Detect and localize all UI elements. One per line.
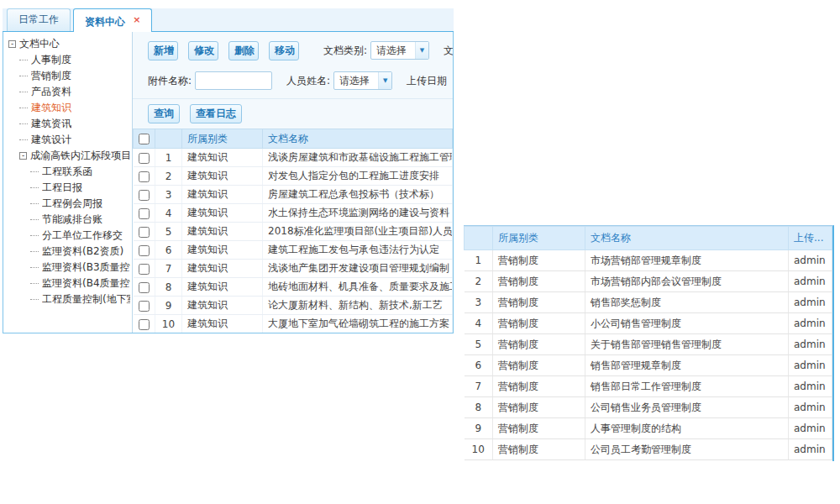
table-row[interactable]: 4建筑知识水土保持生态环境监测网络的建设与资料 [134,204,453,223]
tree-item[interactable]: 产品资料 [7,84,130,100]
table-row[interactable]: 8营销制度公司销售业务员管理制度admin [465,397,832,418]
table-row[interactable]: 2营销制度市场营销部内部会议管理制度admin [465,271,832,292]
cell-name: 地砖地面材料、机具准备、质量要求及施工 [263,278,453,297]
tree-item[interactable]: 节能减排台账 [7,212,130,228]
tree-item[interactable]: 建筑设计 [7,132,130,148]
collapse-icon[interactable]: - [8,40,16,48]
tree-item[interactable]: 监理资料(B3质量控制) [7,260,130,276]
table-row[interactable]: 9建筑知识论大厦新材料、新结构、新技术,新工艺 [134,297,453,315]
row-checkbox-cell [134,204,155,223]
toolbar-row-actions: 新增 修改 删除 移动 文档类别: 请选择 ▼ 文档 [148,38,453,63]
cell-name: 2018标准化监理项目部(业主项目部)人员 [263,223,453,241]
select-all-checkbox[interactable] [139,134,150,144]
query-button[interactable]: 查询 [148,104,180,123]
marketing-table-fragment: 所属别类 文档名称 上传... 1营销制度市场营销部管理规章制度admin2营销… [464,225,834,461]
table-row[interactable]: 4营销制度小公司销售管理制度admin [465,313,832,334]
cell-num: 10 [465,439,493,460]
cell-category: 建筑知识 [182,278,263,297]
row-checkbox[interactable] [139,264,150,275]
tree-item[interactable]: 营销制度 [7,68,130,84]
table-row[interactable]: 6建筑知识建筑工程施工发包与承包违法行为认定 [134,241,453,260]
tree-item[interactable]: 分工单位工作移交 [7,228,130,244]
tree-item[interactable]: 监理资料(B4质量控制) [7,276,130,291]
tree-item[interactable]: 工程质量控制(地下室) [7,291,130,307]
table-row[interactable]: 1建筑知识浅谈房屋建筑和市政基础设施工程施工管理 [134,149,453,167]
col-header-category: 所属别类 [493,227,585,250]
content-area: 新增 修改 删除 移动 文档类别: 请选择 ▼ 文档 附件名称: 人员姓名: [133,32,453,333]
row-checkbox[interactable] [139,227,150,238]
table-row[interactable]: 3建筑知识房屋建筑工程总承包投标书（技术标） [134,186,453,204]
cell-num: 9 [155,297,182,315]
upload-date-label: 上传日期 [407,74,447,88]
tab-daily-work[interactable]: 日常工作 [7,8,71,31]
tree-item[interactable]: 工程联系函 [7,164,130,180]
cell-uploader: admin [789,376,832,397]
move-button[interactable]: 移动 [269,41,299,60]
tree-item[interactable]: 建筑知识 [7,100,130,116]
category-label: 文档类别: [323,44,367,58]
cell-category: 建筑知识 [182,186,263,204]
collapse-icon[interactable]: - [19,152,27,160]
table-row[interactable]: 5营销制度关于销售部管理销售管理制度admin [465,334,832,355]
attachment-name-input[interactable] [195,71,272,90]
table-row[interactable]: 6营销制度销售部管理规章制度admin [465,355,832,376]
delete-button[interactable]: 删除 [228,41,259,60]
row-checkbox[interactable] [139,282,150,293]
tree-item[interactable]: 工程例会周报 [7,196,130,212]
tree-item[interactable]: -成渝高铁内江标段项目 [7,148,130,164]
tree-item-label: 工程日报 [42,181,82,195]
close-icon[interactable]: × [133,14,140,25]
table-row[interactable]: 7营销制度销售部日常工作管理制度admin [465,376,832,397]
table-row[interactable]: 3营销制度销售部奖惩制度admin [465,292,832,313]
row-checkbox[interactable] [139,245,150,256]
table-row[interactable]: 7建筑知识浅谈地产集团开发建设项目管理规划编制 [134,260,453,278]
row-checkbox[interactable] [139,301,150,312]
cell-name: 对发包人指定分包的工程施工进度安排 [263,167,453,186]
tree-item[interactable]: 工程日报 [7,180,130,196]
tab-label: 资料中心 [85,16,125,28]
tree-branch-line [19,139,28,140]
table-row[interactable]: 10建筑知识大厦地下室加气砼墙砌筑工程的施工方案 [134,315,453,333]
tab-data-center[interactable]: 资料中心 × [73,8,152,32]
tree-item-label: 建筑知识 [31,101,71,115]
tree-branch-line [30,203,39,204]
table-row[interactable]: 9营销制度人事管理制度的结构admin [465,418,832,439]
chevron-down-icon[interactable]: ▼ [415,42,428,59]
table-row[interactable]: 8建筑知识地砖地面材料、机具准备、质量要求及施工 [134,278,453,297]
add-button[interactable]: 新增 [148,41,178,60]
table-row[interactable]: 10营销制度公司员工考勤管理制度admin [465,439,832,460]
cell-uploader: admin [789,355,832,376]
cell-num: 4 [465,313,493,334]
category-select[interactable]: 请选择 ▼ [370,41,429,60]
category-select-value: 请选择 [376,44,407,58]
table-row[interactable]: 1营销制度市场营销部管理规章制度admin [465,250,832,271]
tree-item[interactable]: 监理资料(B2资质) [7,244,130,260]
query-row: 查询 查看日志 [133,98,453,129]
col-header-name: 文档名称 [263,129,453,149]
cell-num: 6 [155,241,182,260]
row-checkbox[interactable] [139,190,150,201]
row-checkbox[interactable] [139,171,150,182]
table-row[interactable]: 2建筑知识对发包人指定分包的工程施工进度安排 [134,167,453,186]
tree-item[interactable]: 人事制度 [7,52,130,68]
row-checkbox[interactable] [139,153,150,164]
table-header-row: 所属别类 文档名称 上传... [465,227,832,250]
table-row[interactable]: 5建筑知识2018标准化监理项目部(业主项目部)人员 [134,223,453,241]
chevron-down-icon[interactable]: ▼ [378,72,391,89]
cell-num: 1 [465,250,493,271]
cell-num: 7 [155,260,182,278]
cell-name: 建筑工程施工发包与承包违法行为认定 [263,241,453,260]
modify-button[interactable]: 修改 [188,41,218,60]
person-select[interactable]: 请选择 ▼ [333,71,392,90]
col-header-category: 所属别类 [182,129,263,149]
tree-item[interactable]: 建筑资讯 [7,116,130,132]
tree-item[interactable]: -文档中心 [7,36,130,52]
cell-category: 营销制度 [493,376,585,397]
row-checkbox[interactable] [139,319,150,330]
cell-uploader: admin [789,439,832,460]
tree-branch-line [30,235,39,236]
view-log-button[interactable]: 查看日志 [190,104,242,123]
tab-label: 日常工作 [18,13,59,25]
cell-num: 1 [155,149,182,167]
row-checkbox[interactable] [139,208,150,219]
